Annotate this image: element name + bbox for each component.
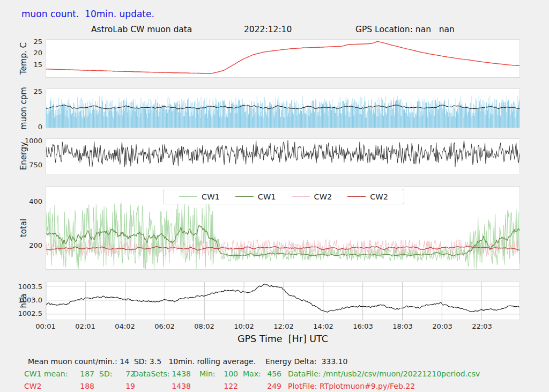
cw1-min-label: Min: bbox=[199, 369, 216, 378]
cw2-min: 122 bbox=[214, 382, 238, 390]
x-tick-label: 02:01 bbox=[75, 322, 95, 330]
legend-line-cw2-raw-icon bbox=[292, 196, 310, 197]
stats-line-summary: Mean muon count/min.: 14 SD: 3.5 10min. … bbox=[28, 357, 347, 366]
data-file-path: DataFile: /mnt/usb2/csv/muon/20221210per… bbox=[288, 369, 480, 378]
y-tick-label: 1003.0 bbox=[5, 295, 42, 304]
figure-canvas: muon count. 10min. update. AstroLab CW m… bbox=[0, 0, 549, 392]
cw1-sd: 72 bbox=[109, 369, 135, 378]
subplot-energy: 7501000 bbox=[46, 138, 520, 174]
subplot-pressure: 1002.51003.01003.5 bbox=[46, 282, 520, 320]
y-tick-label: 200 bbox=[5, 241, 42, 249]
cw2-datasets: 1438 bbox=[153, 382, 191, 390]
cw2-label: CW2 bbox=[24, 382, 42, 390]
plot-datetime: 2022:12:10 bbox=[244, 25, 292, 34]
legend-item-cw2-avg: CW2 bbox=[347, 193, 388, 201]
cw2-sd: 19 bbox=[109, 382, 135, 390]
x-tick-label: 00:01 bbox=[35, 322, 55, 330]
cw1-datasets: 1438 bbox=[153, 369, 191, 378]
legend-line-cw1-avg-icon bbox=[235, 196, 254, 197]
x-tick-label: 12:02 bbox=[273, 322, 293, 330]
y-tick-label: 1003.5 bbox=[5, 282, 42, 290]
y-tick-label: 25 bbox=[5, 87, 42, 95]
y-axis-label-total: total bbox=[19, 219, 28, 237]
x-tick-label: 14:02 bbox=[313, 322, 333, 330]
legend-label: CW1 bbox=[202, 193, 220, 201]
x-tick-label: 16:03 bbox=[353, 322, 373, 330]
y-tick-label: 400 bbox=[5, 197, 42, 205]
x-tick-label: 08:02 bbox=[194, 322, 214, 330]
update-note: muon count. 10min. update. bbox=[21, 9, 154, 19]
y-tick-label: 0 bbox=[5, 123, 42, 131]
x-tick-label: 22:03 bbox=[472, 322, 492, 330]
legend-item-cw1-avg: CW1 bbox=[235, 193, 276, 201]
cw2-mean: 188 bbox=[68, 382, 94, 390]
legend-label: CW2 bbox=[370, 193, 388, 201]
legend-line-cw1-raw-icon bbox=[179, 196, 197, 197]
y-tick-label: 750 bbox=[5, 161, 42, 169]
y-tick-label: 25 bbox=[5, 37, 42, 45]
x-tick-label: 06:02 bbox=[154, 322, 174, 330]
legend-item-cw1-raw: CW1 bbox=[179, 193, 220, 201]
x-tick-label: 18:03 bbox=[392, 322, 412, 330]
cw2-max: 249 bbox=[258, 382, 281, 390]
y-tick-label: 1002.5 bbox=[5, 309, 42, 317]
gps-location: GPS Location: nan nan bbox=[355, 25, 455, 34]
subplot-total: CW1 CW1 CW2 CW2 200400 bbox=[46, 186, 520, 270]
y-tick-label: 1000 bbox=[5, 136, 42, 144]
y-tick-label: 15 bbox=[5, 61, 42, 69]
y-axis-label-temp: Temp. C bbox=[19, 42, 28, 75]
legend-item-cw2-raw: CW2 bbox=[292, 193, 332, 201]
x-tick-label: 20:03 bbox=[432, 322, 452, 330]
legend-label: CW2 bbox=[314, 193, 332, 201]
x-tick-label: 04:02 bbox=[115, 322, 135, 330]
x-tick-label: 10:02 bbox=[234, 322, 254, 330]
cw1-min: 100 bbox=[214, 369, 238, 378]
legend-label: CW1 bbox=[258, 193, 276, 201]
plot-file-path: PlotFile: RTplotmuon#9.py/Feb.22 bbox=[288, 382, 415, 390]
cw1-label: CW1 mean: bbox=[24, 369, 68, 378]
x-axis-label: GPS Time [Hr] UTC bbox=[46, 334, 520, 344]
legend-line-cw2-avg-icon bbox=[347, 196, 366, 197]
plot-title: AstroLab CW muon data bbox=[91, 25, 192, 34]
subplot-muon-cpm: 025 bbox=[46, 88, 520, 128]
subplot-temperature: 152025 bbox=[46, 39, 520, 78]
cw1-max: 456 bbox=[258, 369, 281, 378]
y-tick-label: 20 bbox=[5, 49, 42, 57]
legend: CW1 CW1 CW2 CW2 bbox=[163, 189, 404, 204]
cw1-mean: 187 bbox=[68, 369, 94, 378]
